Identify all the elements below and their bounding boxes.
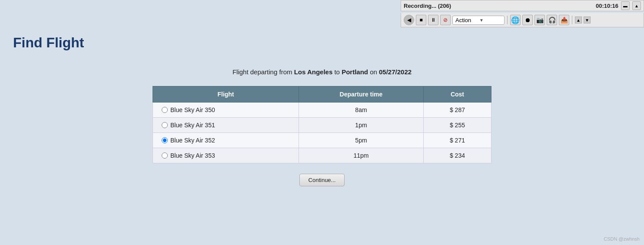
flight-351-name: Blue Sky Air 351 xyxy=(170,122,215,129)
page-title: Find Flight xyxy=(13,35,635,51)
import-icon[interactable]: 🌐 xyxy=(510,15,521,25)
flight-description: Flight departing from Los Angeles to Por… xyxy=(9,68,635,76)
scroll-down-button[interactable]: ▼ xyxy=(584,17,591,23)
flight-353-name: Blue Sky Air 353 xyxy=(170,152,215,159)
origin-city: Los Angeles xyxy=(294,68,333,76)
destination-city: Portland xyxy=(342,68,368,76)
flight-table-container: Flight Departure time Cost Blue Sky Air … xyxy=(9,86,635,163)
table-row: Blue Sky Air 353 11pm $ 234 xyxy=(153,148,491,163)
col-departure: Departure time xyxy=(299,86,424,103)
flight-350-cost: $ 287 xyxy=(423,103,491,118)
continue-container: Continue... xyxy=(9,174,635,186)
recording-bar: Recording... (206) 00:10:16 ▬ ▲ xyxy=(401,0,644,11)
table-header-row: Flight Departure time Cost xyxy=(153,86,491,103)
continue-button[interactable]: Continue... xyxy=(299,174,345,186)
table-row: Blue Sky Air 351 1pm $ 255 xyxy=(153,118,491,133)
flight-352-departure: 5pm xyxy=(299,133,424,148)
flight-352-radio[interactable] xyxy=(162,137,168,143)
main-content: Find Flight Flight departing from Los An… xyxy=(0,0,644,195)
maximize-button[interactable]: ▲ xyxy=(632,1,641,10)
flight-name-cell[interactable]: Blue Sky Air 353 xyxy=(153,148,299,163)
flight-350-name: Blue Sky Air 350 xyxy=(170,106,215,113)
back-button[interactable]: ◀ xyxy=(404,15,414,25)
flight-date: 05/27/2022 xyxy=(379,68,412,76)
description-suffix: on xyxy=(368,68,379,76)
toolbar-separator xyxy=(507,16,508,24)
action-dropdown[interactable]: Action ▼ xyxy=(452,16,505,25)
description-middle: to xyxy=(332,68,342,76)
chevron-down-icon: ▼ xyxy=(479,18,501,23)
table-row: Blue Sky Air 352 5pm $ 271 xyxy=(153,133,491,148)
flight-352-cost: $ 271 xyxy=(423,133,491,148)
export-icon[interactable]: 📤 xyxy=(559,15,569,25)
flight-353-radio-label[interactable]: Blue Sky Air 353 xyxy=(162,152,290,159)
recording-timer: 00:10:16 xyxy=(596,3,618,9)
flight-352-radio-label[interactable]: Blue Sky Air 352 xyxy=(162,137,290,144)
flight-350-radio-label[interactable]: Blue Sky Air 350 xyxy=(162,106,290,113)
flight-name-cell[interactable]: Blue Sky Air 350 xyxy=(153,103,299,118)
description-prefix: Flight departing from xyxy=(232,68,294,76)
flight-name-cell[interactable]: Blue Sky Air 351 xyxy=(153,118,299,133)
col-cost: Cost xyxy=(423,86,491,103)
action-label: Action xyxy=(455,17,478,23)
scroll-up-button[interactable]: ▲ xyxy=(575,17,582,23)
record-button[interactable]: ⊘ xyxy=(440,15,451,25)
flight-351-cost: $ 255 xyxy=(423,118,491,133)
flight-352-name: Blue Sky Air 352 xyxy=(170,137,215,144)
flight-351-radio-label[interactable]: Blue Sky Air 351 xyxy=(162,122,290,129)
flight-table: Flight Departure time Cost Blue Sky Air … xyxy=(153,86,491,163)
col-flight: Flight xyxy=(153,86,299,103)
pause-button[interactable]: ⏸ xyxy=(428,15,438,25)
recording-toolbar: ◀ ■ ⏸ ⊘ Action ▼ 🌐 ⏺ 📷 🎧 📤 ▲ ▼ xyxy=(401,13,644,27)
flight-name-cell[interactable]: Blue Sky Air 352 xyxy=(153,133,299,148)
toolbar-separator-2 xyxy=(572,16,572,24)
recording-title: Recording... (206) xyxy=(404,3,593,9)
flight-350-radio[interactable] xyxy=(162,107,168,113)
flight-353-radio[interactable] xyxy=(162,152,168,159)
stop-button[interactable]: ■ xyxy=(416,15,426,25)
record-icon[interactable]: ⏺ xyxy=(522,15,533,25)
flight-351-departure: 1pm xyxy=(299,118,424,133)
headset-icon[interactable]: 🎧 xyxy=(547,15,557,25)
minimize-button[interactable]: ▬ xyxy=(621,1,630,10)
watermark: CSDN @zwhnsh xyxy=(604,236,640,242)
flight-351-radio[interactable] xyxy=(162,122,168,128)
flight-353-departure: 11pm xyxy=(299,148,424,163)
flight-350-departure: 8am xyxy=(299,103,424,118)
table-row: Blue Sky Air 350 8am $ 287 xyxy=(153,103,491,118)
camera-icon[interactable]: 📷 xyxy=(534,15,545,25)
flight-353-cost: $ 234 xyxy=(423,148,491,163)
